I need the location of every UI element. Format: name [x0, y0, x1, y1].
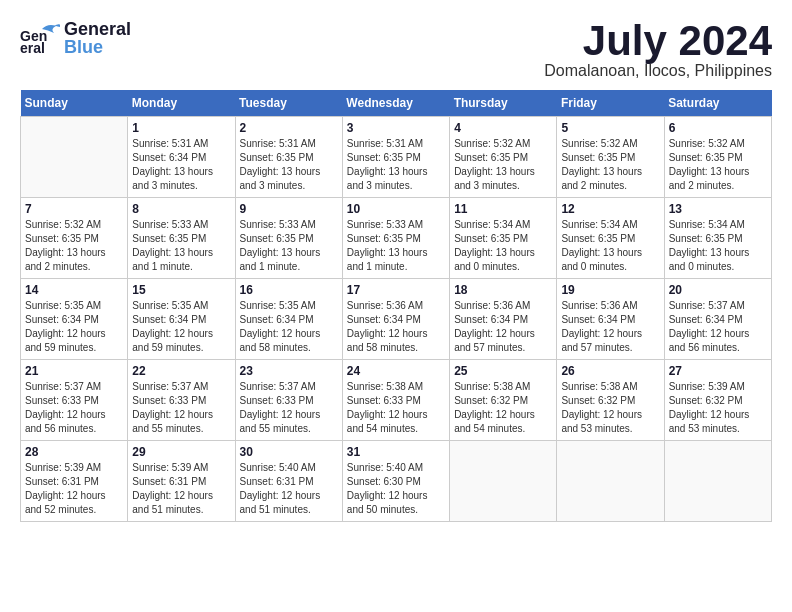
calendar-cell: 8Sunrise: 5:33 AM Sunset: 6:35 PM Daylig… [128, 198, 235, 279]
day-info: Sunrise: 5:33 AM Sunset: 6:35 PM Dayligh… [132, 218, 230, 274]
day-number: 24 [347, 364, 445, 378]
calendar-cell: 30Sunrise: 5:40 AM Sunset: 6:31 PM Dayli… [235, 441, 342, 522]
day-info: Sunrise: 5:36 AM Sunset: 6:34 PM Dayligh… [454, 299, 552, 355]
day-info: Sunrise: 5:32 AM Sunset: 6:35 PM Dayligh… [561, 137, 659, 193]
day-number: 9 [240, 202, 338, 216]
calendar-cell: 13Sunrise: 5:34 AM Sunset: 6:35 PM Dayli… [664, 198, 771, 279]
calendar-cell: 12Sunrise: 5:34 AM Sunset: 6:35 PM Dayli… [557, 198, 664, 279]
day-number: 31 [347, 445, 445, 459]
day-info: Sunrise: 5:36 AM Sunset: 6:34 PM Dayligh… [347, 299, 445, 355]
day-number: 28 [25, 445, 123, 459]
day-number: 27 [669, 364, 767, 378]
day-number: 20 [669, 283, 767, 297]
week-row-1: 1Sunrise: 5:31 AM Sunset: 6:34 PM Daylig… [21, 117, 772, 198]
day-number: 11 [454, 202, 552, 216]
day-number: 15 [132, 283, 230, 297]
day-info: Sunrise: 5:31 AM Sunset: 6:34 PM Dayligh… [132, 137, 230, 193]
logo-line1: General [64, 20, 131, 38]
calendar-cell: 24Sunrise: 5:38 AM Sunset: 6:33 PM Dayli… [342, 360, 449, 441]
day-number: 19 [561, 283, 659, 297]
day-info: Sunrise: 5:36 AM Sunset: 6:34 PM Dayligh… [561, 299, 659, 355]
calendar-cell [664, 441, 771, 522]
day-number: 22 [132, 364, 230, 378]
day-info: Sunrise: 5:39 AM Sunset: 6:31 PM Dayligh… [25, 461, 123, 517]
calendar-cell: 25Sunrise: 5:38 AM Sunset: 6:32 PM Dayli… [450, 360, 557, 441]
svg-text:eral: eral [20, 40, 45, 56]
day-info: Sunrise: 5:34 AM Sunset: 6:35 PM Dayligh… [561, 218, 659, 274]
day-number: 2 [240, 121, 338, 135]
calendar-cell [450, 441, 557, 522]
day-info: Sunrise: 5:40 AM Sunset: 6:31 PM Dayligh… [240, 461, 338, 517]
day-info: Sunrise: 5:37 AM Sunset: 6:33 PM Dayligh… [132, 380, 230, 436]
calendar-cell [21, 117, 128, 198]
month-title: July 2024 [544, 20, 772, 62]
title-area: July 2024 Domalanoan, Ilocos, Philippine… [544, 20, 772, 80]
day-info: Sunrise: 5:37 AM Sunset: 6:33 PM Dayligh… [240, 380, 338, 436]
calendar-cell: 20Sunrise: 5:37 AM Sunset: 6:34 PM Dayli… [664, 279, 771, 360]
calendar-cell: 26Sunrise: 5:38 AM Sunset: 6:32 PM Dayli… [557, 360, 664, 441]
weekday-header-row: SundayMondayTuesdayWednesdayThursdayFrid… [21, 90, 772, 117]
calendar-cell: 7Sunrise: 5:32 AM Sunset: 6:35 PM Daylig… [21, 198, 128, 279]
day-info: Sunrise: 5:40 AM Sunset: 6:30 PM Dayligh… [347, 461, 445, 517]
day-number: 5 [561, 121, 659, 135]
day-number: 17 [347, 283, 445, 297]
day-number: 18 [454, 283, 552, 297]
page-header: Gen eral General Blue July 2024 Domalano… [20, 20, 772, 80]
calendar-cell: 15Sunrise: 5:35 AM Sunset: 6:34 PM Dayli… [128, 279, 235, 360]
day-number: 16 [240, 283, 338, 297]
day-info: Sunrise: 5:39 AM Sunset: 6:32 PM Dayligh… [669, 380, 767, 436]
location: Domalanoan, Ilocos, Philippines [544, 62, 772, 80]
day-info: Sunrise: 5:32 AM Sunset: 6:35 PM Dayligh… [25, 218, 123, 274]
day-number: 25 [454, 364, 552, 378]
day-info: Sunrise: 5:37 AM Sunset: 6:33 PM Dayligh… [25, 380, 123, 436]
day-info: Sunrise: 5:33 AM Sunset: 6:35 PM Dayligh… [240, 218, 338, 274]
day-info: Sunrise: 5:32 AM Sunset: 6:35 PM Dayligh… [454, 137, 552, 193]
day-info: Sunrise: 5:31 AM Sunset: 6:35 PM Dayligh… [240, 137, 338, 193]
logo-line2: Blue [64, 38, 131, 56]
day-number: 23 [240, 364, 338, 378]
calendar-cell: 28Sunrise: 5:39 AM Sunset: 6:31 PM Dayli… [21, 441, 128, 522]
weekday-header-tuesday: Tuesday [235, 90, 342, 117]
day-info: Sunrise: 5:34 AM Sunset: 6:35 PM Dayligh… [669, 218, 767, 274]
weekday-header-saturday: Saturday [664, 90, 771, 117]
day-number: 7 [25, 202, 123, 216]
day-info: Sunrise: 5:37 AM Sunset: 6:34 PM Dayligh… [669, 299, 767, 355]
day-info: Sunrise: 5:39 AM Sunset: 6:31 PM Dayligh… [132, 461, 230, 517]
day-number: 1 [132, 121, 230, 135]
calendar-cell: 22Sunrise: 5:37 AM Sunset: 6:33 PM Dayli… [128, 360, 235, 441]
logo: Gen eral General Blue [20, 20, 131, 56]
calendar-cell: 9Sunrise: 5:33 AM Sunset: 6:35 PM Daylig… [235, 198, 342, 279]
week-row-5: 28Sunrise: 5:39 AM Sunset: 6:31 PM Dayli… [21, 441, 772, 522]
calendar-cell: 4Sunrise: 5:32 AM Sunset: 6:35 PM Daylig… [450, 117, 557, 198]
weekday-header-sunday: Sunday [21, 90, 128, 117]
day-number: 21 [25, 364, 123, 378]
day-number: 6 [669, 121, 767, 135]
day-number: 10 [347, 202, 445, 216]
calendar-cell: 11Sunrise: 5:34 AM Sunset: 6:35 PM Dayli… [450, 198, 557, 279]
calendar-cell: 19Sunrise: 5:36 AM Sunset: 6:34 PM Dayli… [557, 279, 664, 360]
calendar-cell: 27Sunrise: 5:39 AM Sunset: 6:32 PM Dayli… [664, 360, 771, 441]
day-info: Sunrise: 5:34 AM Sunset: 6:35 PM Dayligh… [454, 218, 552, 274]
weekday-header-monday: Monday [128, 90, 235, 117]
calendar-cell: 3Sunrise: 5:31 AM Sunset: 6:35 PM Daylig… [342, 117, 449, 198]
day-info: Sunrise: 5:35 AM Sunset: 6:34 PM Dayligh… [132, 299, 230, 355]
calendar-cell: 5Sunrise: 5:32 AM Sunset: 6:35 PM Daylig… [557, 117, 664, 198]
calendar-cell: 2Sunrise: 5:31 AM Sunset: 6:35 PM Daylig… [235, 117, 342, 198]
day-number: 4 [454, 121, 552, 135]
calendar-cell: 1Sunrise: 5:31 AM Sunset: 6:34 PM Daylig… [128, 117, 235, 198]
weekday-header-thursday: Thursday [450, 90, 557, 117]
week-row-3: 14Sunrise: 5:35 AM Sunset: 6:34 PM Dayli… [21, 279, 772, 360]
day-info: Sunrise: 5:38 AM Sunset: 6:32 PM Dayligh… [454, 380, 552, 436]
calendar-cell: 6Sunrise: 5:32 AM Sunset: 6:35 PM Daylig… [664, 117, 771, 198]
day-number: 12 [561, 202, 659, 216]
day-number: 29 [132, 445, 230, 459]
calendar-cell: 18Sunrise: 5:36 AM Sunset: 6:34 PM Dayli… [450, 279, 557, 360]
day-info: Sunrise: 5:35 AM Sunset: 6:34 PM Dayligh… [240, 299, 338, 355]
calendar-cell: 17Sunrise: 5:36 AM Sunset: 6:34 PM Dayli… [342, 279, 449, 360]
day-number: 30 [240, 445, 338, 459]
calendar-cell: 16Sunrise: 5:35 AM Sunset: 6:34 PM Dayli… [235, 279, 342, 360]
calendar-cell: 10Sunrise: 5:33 AM Sunset: 6:35 PM Dayli… [342, 198, 449, 279]
calendar-table: SundayMondayTuesdayWednesdayThursdayFrid… [20, 90, 772, 522]
day-info: Sunrise: 5:31 AM Sunset: 6:35 PM Dayligh… [347, 137, 445, 193]
day-number: 13 [669, 202, 767, 216]
